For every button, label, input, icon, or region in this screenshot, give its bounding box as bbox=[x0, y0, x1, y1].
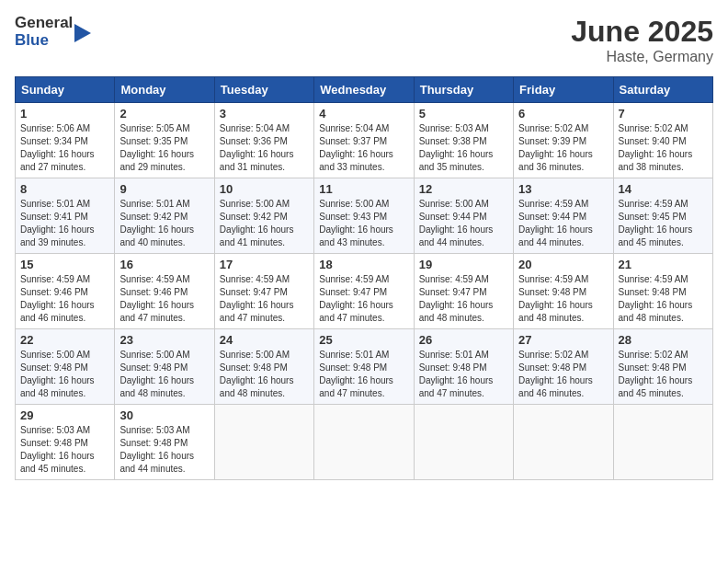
logo-icon bbox=[74, 20, 95, 46]
day-info: Sunrise: 5:01 AMSunset: 9:48 PMDaylight:… bbox=[319, 350, 393, 398]
day-info: Sunrise: 4:59 AMSunset: 9:45 PMDaylight:… bbox=[619, 199, 693, 247]
day-number: 12 bbox=[419, 182, 508, 196]
calendar-day-cell: 21 Sunrise: 4:59 AMSunset: 9:48 PMDaylig… bbox=[613, 254, 712, 329]
calendar-week-row: 15 Sunrise: 4:59 AMSunset: 9:46 PMDaylig… bbox=[16, 254, 713, 329]
logo-text-blue: Blue bbox=[15, 32, 73, 50]
col-wednesday: Wednesday bbox=[314, 77, 414, 103]
calendar-day-cell: 15 Sunrise: 4:59 AMSunset: 9:46 PMDaylig… bbox=[16, 254, 115, 329]
day-number: 6 bbox=[518, 107, 608, 121]
day-info: Sunrise: 5:05 AMSunset: 9:35 PMDaylight:… bbox=[119, 123, 194, 172]
calendar-day-cell: 24 Sunrise: 5:00 AMSunset: 9:48 PMDaylig… bbox=[214, 329, 313, 405]
calendar-week-row: 22 Sunrise: 5:00 AMSunset: 9:48 PMDaylig… bbox=[16, 329, 713, 405]
day-number: 20 bbox=[518, 258, 608, 271]
calendar-day-cell bbox=[414, 405, 513, 480]
day-number: 5 bbox=[419, 107, 508, 121]
day-number: 11 bbox=[319, 182, 408, 196]
col-saturday: Saturday bbox=[613, 77, 712, 103]
calendar-table: Sunday Monday Tuesday Wednesday Thursday… bbox=[15, 76, 713, 480]
day-info: Sunrise: 5:03 AMSunset: 9:48 PMDaylight:… bbox=[119, 425, 194, 474]
col-tuesday: Tuesday bbox=[214, 77, 313, 103]
calendar-day-cell: 28 Sunrise: 5:02 AMSunset: 9:48 PMDaylig… bbox=[613, 329, 712, 405]
calendar-day-cell bbox=[613, 405, 712, 480]
calendar-day-cell bbox=[314, 405, 414, 480]
day-info: Sunrise: 5:06 AMSunset: 9:34 PMDaylight:… bbox=[20, 123, 95, 172]
day-number: 17 bbox=[220, 258, 309, 271]
day-number: 10 bbox=[220, 182, 309, 196]
calendar-day-cell: 11 Sunrise: 5:00 AMSunset: 9:43 PMDaylig… bbox=[314, 178, 414, 254]
day-info: Sunrise: 5:02 AMSunset: 9:40 PMDaylight:… bbox=[619, 123, 693, 172]
calendar-day-cell: 23 Sunrise: 5:00 AMSunset: 9:48 PMDaylig… bbox=[115, 329, 214, 405]
calendar-day-cell: 5 Sunrise: 5:03 AMSunset: 9:38 PMDayligh… bbox=[414, 103, 513, 178]
day-info: Sunrise: 4:59 AMSunset: 9:46 PMDaylight:… bbox=[119, 274, 194, 323]
day-number: 4 bbox=[319, 107, 408, 121]
calendar-day-cell: 27 Sunrise: 5:02 AMSunset: 9:48 PMDaylig… bbox=[514, 329, 613, 405]
day-number: 21 bbox=[619, 258, 708, 271]
day-info: Sunrise: 5:03 AMSunset: 9:38 PMDaylight:… bbox=[419, 123, 494, 172]
day-number: 23 bbox=[119, 333, 209, 347]
day-info: Sunrise: 5:03 AMSunset: 9:48 PMDaylight:… bbox=[20, 425, 95, 474]
calendar-day-cell: 10 Sunrise: 5:00 AMSunset: 9:42 PMDaylig… bbox=[214, 178, 313, 254]
day-number: 14 bbox=[619, 182, 708, 196]
calendar-day-cell: 26 Sunrise: 5:01 AMSunset: 9:48 PMDaylig… bbox=[414, 329, 513, 405]
calendar-day-cell: 22 Sunrise: 5:00 AMSunset: 9:48 PMDaylig… bbox=[16, 329, 115, 405]
day-info: Sunrise: 5:01 AMSunset: 9:48 PMDaylight:… bbox=[419, 350, 494, 398]
day-number: 19 bbox=[419, 258, 508, 271]
day-info: Sunrise: 5:00 AMSunset: 9:43 PMDaylight:… bbox=[319, 199, 393, 247]
col-monday: Monday bbox=[115, 77, 214, 103]
day-number: 2 bbox=[119, 107, 209, 121]
day-number: 15 bbox=[20, 258, 109, 271]
day-number: 27 bbox=[518, 333, 608, 347]
day-number: 26 bbox=[419, 333, 508, 347]
calendar-day-cell: 7 Sunrise: 5:02 AMSunset: 9:40 PMDayligh… bbox=[613, 103, 712, 178]
day-number: 28 bbox=[619, 333, 708, 347]
day-number: 3 bbox=[220, 107, 309, 121]
day-number: 18 bbox=[319, 258, 408, 271]
calendar-header-row: Sunday Monday Tuesday Wednesday Thursday… bbox=[16, 77, 713, 103]
calendar-day-cell bbox=[514, 405, 613, 480]
day-info: Sunrise: 5:01 AMSunset: 9:42 PMDaylight:… bbox=[119, 199, 194, 247]
day-number: 7 bbox=[619, 107, 708, 121]
month-year-title: June 2025 bbox=[571, 15, 713, 49]
day-number: 1 bbox=[20, 107, 109, 121]
calendar-day-cell: 19 Sunrise: 4:59 AMSunset: 9:47 PMDaylig… bbox=[414, 254, 513, 329]
day-info: Sunrise: 4:59 AMSunset: 9:47 PMDaylight:… bbox=[319, 274, 393, 323]
calendar-day-cell: 4 Sunrise: 5:04 AMSunset: 9:37 PMDayligh… bbox=[314, 103, 414, 178]
calendar-week-row: 1 Sunrise: 5:06 AMSunset: 9:34 PMDayligh… bbox=[16, 103, 713, 178]
day-info: Sunrise: 5:01 AMSunset: 9:41 PMDaylight:… bbox=[20, 199, 95, 247]
day-info: Sunrise: 4:59 AMSunset: 9:44 PMDaylight:… bbox=[518, 199, 593, 247]
calendar-day-cell: 17 Sunrise: 4:59 AMSunset: 9:47 PMDaylig… bbox=[214, 254, 313, 329]
logo-text-general: General bbox=[15, 15, 73, 32]
calendar-day-cell: 16 Sunrise: 4:59 AMSunset: 9:46 PMDaylig… bbox=[115, 254, 214, 329]
day-info: Sunrise: 5:00 AMSunset: 9:48 PMDaylight:… bbox=[119, 350, 194, 398]
day-info: Sunrise: 4:59 AMSunset: 9:47 PMDaylight:… bbox=[220, 274, 294, 323]
day-number: 8 bbox=[20, 182, 109, 196]
day-number: 30 bbox=[119, 408, 209, 422]
day-info: Sunrise: 5:00 AMSunset: 9:44 PMDaylight:… bbox=[419, 199, 494, 247]
day-info: Sunrise: 4:59 AMSunset: 9:48 PMDaylight:… bbox=[518, 274, 593, 323]
calendar-day-cell: 8 Sunrise: 5:01 AMSunset: 9:41 PMDayligh… bbox=[16, 178, 115, 254]
calendar-day-cell: 9 Sunrise: 5:01 AMSunset: 9:42 PMDayligh… bbox=[115, 178, 214, 254]
calendar-day-cell: 2 Sunrise: 5:05 AMSunset: 9:35 PMDayligh… bbox=[115, 103, 214, 178]
calendar-day-cell: 25 Sunrise: 5:01 AMSunset: 9:48 PMDaylig… bbox=[314, 329, 414, 405]
col-sunday: Sunday bbox=[16, 77, 115, 103]
day-info: Sunrise: 5:04 AMSunset: 9:36 PMDaylight:… bbox=[220, 123, 294, 172]
day-number: 22 bbox=[20, 333, 109, 347]
day-info: Sunrise: 4:59 AMSunset: 9:48 PMDaylight:… bbox=[619, 274, 693, 323]
logo: General Blue bbox=[15, 15, 95, 49]
day-info: Sunrise: 5:02 AMSunset: 9:48 PMDaylight:… bbox=[619, 350, 693, 398]
day-number: 13 bbox=[518, 182, 608, 196]
calendar-week-row: 29 Sunrise: 5:03 AMSunset: 9:48 PMDaylig… bbox=[16, 405, 713, 480]
day-info: Sunrise: 5:00 AMSunset: 9:48 PMDaylight:… bbox=[20, 350, 95, 398]
day-number: 25 bbox=[319, 333, 408, 347]
col-thursday: Thursday bbox=[414, 77, 513, 103]
calendar-week-row: 8 Sunrise: 5:01 AMSunset: 9:41 PMDayligh… bbox=[16, 178, 713, 254]
day-info: Sunrise: 4:59 AMSunset: 9:46 PMDaylight:… bbox=[20, 274, 95, 323]
day-info: Sunrise: 5:00 AMSunset: 9:48 PMDaylight:… bbox=[220, 350, 294, 398]
calendar-day-cell: 12 Sunrise: 5:00 AMSunset: 9:44 PMDaylig… bbox=[414, 178, 513, 254]
day-number: 16 bbox=[119, 258, 209, 271]
day-info: Sunrise: 5:02 AMSunset: 9:39 PMDaylight:… bbox=[518, 123, 593, 172]
day-number: 29 bbox=[20, 408, 109, 422]
calendar-day-cell bbox=[214, 405, 313, 480]
day-number: 9 bbox=[119, 182, 209, 196]
svg-marker-0 bbox=[74, 24, 91, 42]
